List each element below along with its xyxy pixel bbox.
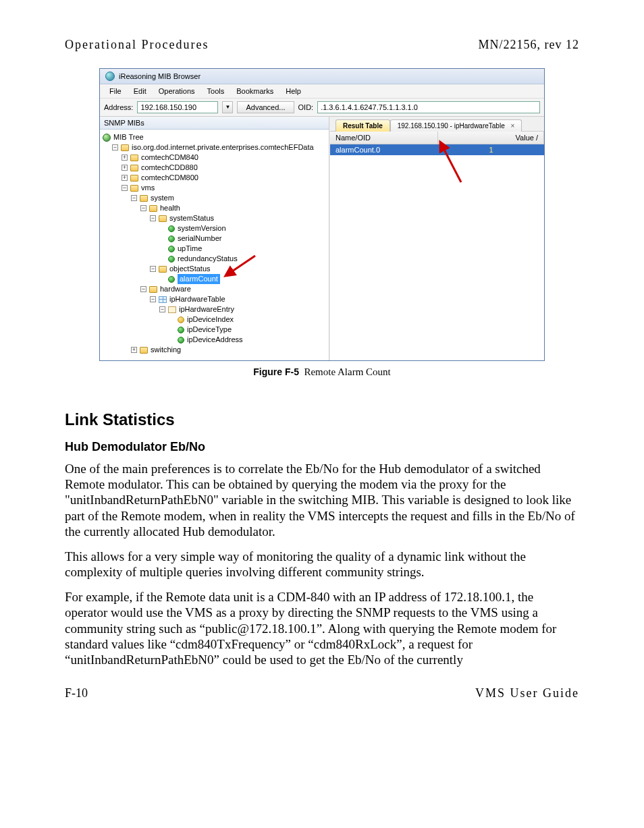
expander-icon[interactable]: − [131,195,137,201]
menu-tools[interactable]: Tools [202,86,230,96]
mib-browser-window: iReasoning MIB Browser File Edit Operati… [99,68,545,361]
tab-result-table[interactable]: Result Table [336,119,390,132]
tree-enterprises[interactable]: iso.org.dod.internet.private.enterprises… [132,142,314,153]
tree-systemstatus[interactable]: systemStatus [169,213,214,223]
tree-alarmcount-selected[interactable]: alarmCount [178,274,220,284]
tree-cdm840[interactable]: comtechCDM840 [141,153,198,163]
expander-icon[interactable]: − [140,205,146,211]
folder-icon [130,155,138,161]
folder-icon [130,165,138,171]
tree-root[interactable]: MIB Tree [113,132,144,142]
col-name-oid[interactable]: Name/OID [330,132,438,144]
grid-row-selected[interactable]: alarmCount.0 1 [330,144,544,155]
tree-cdd880[interactable]: comtechCDD880 [141,163,198,173]
leaf-icon [178,327,184,333]
folder-icon [159,266,167,273]
folder-icon [130,185,138,192]
table-icon [159,296,167,303]
footer-page-number: F-10 [65,686,88,700]
tree-ipdevicetype[interactable]: ipDeviceType [187,325,232,335]
leaf-icon [178,337,184,343]
tab-result-label: Result Table [343,122,383,130]
window-titlebar: iReasoning MIB Browser [100,69,544,84]
address-input[interactable] [137,101,218,113]
tree-health[interactable]: health [160,203,180,213]
mib-tree[interactable]: MIB Tree −iso.org.dod.internet.private.e… [100,130,329,360]
address-dropdown-icon[interactable]: ▼ [222,101,233,113]
tabbar: Result Table 192.168.150.190 - ipHardwar… [330,117,544,132]
tree-systemversion[interactable]: systemVersion [178,223,226,233]
page-header-section: Operational Procedures [65,38,209,52]
section-title-link-statistics: Link Statistics [65,410,579,429]
expander-icon[interactable]: − [112,144,118,150]
grid-empty-area [330,155,544,360]
leaf-icon [168,236,175,242]
result-pane: Result Table 192.168.150.190 - ipHardwar… [329,117,544,360]
tree-vms[interactable]: vms [141,183,155,193]
address-label: Address: [104,103,133,111]
folder-icon [149,205,157,212]
leaf-icon [168,256,175,263]
tree-header: SNMP MIBs [100,117,329,130]
tree-serialnumber[interactable]: serialNumber [178,233,221,244]
tree-switching[interactable]: switching [151,345,181,355]
tree-objectstatus[interactable]: objectStatus [169,264,211,274]
figure-caption-text: Remote Alarm Count [304,366,390,377]
folder-icon [140,195,148,202]
close-icon[interactable]: × [511,122,515,130]
tab-hwtable-label: 192.168.150.190 - ipHardwareTable [398,122,505,130]
figure-caption: Figure F-5 Remote Alarm Count [65,366,579,378]
toolbar: Address: ▼ Advanced... OID: [100,99,544,117]
expander-icon[interactable]: − [150,296,156,302]
footer-doc-title: VMS User Guide [475,686,579,700]
expander-icon[interactable]: + [122,175,128,181]
menu-help[interactable]: Help [280,86,306,96]
mib-tree-pane: SNMP MIBs MIB Tree −iso.org.dod.internet… [100,117,329,360]
expander-icon[interactable]: − [140,286,146,292]
expander-icon[interactable]: − [122,185,128,191]
tree-hardware[interactable]: hardware [160,284,191,294]
advanced-button[interactable]: Advanced... [237,101,294,113]
oid-input[interactable] [317,101,540,113]
entry-icon [168,306,176,313]
tree-root-icon [103,134,111,142]
subsection-title-hub-demod-ebno: Hub Demodulator Eb/No [65,440,579,454]
menubar: File Edit Operations Tools Bookmarks Hel… [100,84,544,99]
figure-label: Figure F-5 [253,366,299,377]
expander-icon[interactable]: + [122,165,128,171]
body-paragraph-2: This allows for a very simple way of mon… [65,549,579,580]
menu-operations[interactable]: Operations [153,86,200,96]
menu-file[interactable]: File [104,86,127,96]
tree-ipdeviceaddress[interactable]: ipDeviceAddress [187,335,243,345]
tree-system[interactable]: system [151,193,174,203]
tree-uptime[interactable]: upTime [178,244,202,254]
folder-icon [159,215,167,222]
expander-icon[interactable]: − [150,266,156,272]
body-paragraph-3: For example, if the Remote data unit is … [65,589,579,667]
body-paragraph-1: One of the main preferences is to correl… [65,461,579,539]
menu-edit[interactable]: Edit [128,86,152,96]
tab-iphardwaretable[interactable]: 192.168.150.190 - ipHardwareTable × [390,119,522,132]
tree-iphardwaretable[interactable]: ipHardwareTable [169,294,225,304]
expander-icon[interactable]: + [122,155,128,161]
leaf-icon [168,225,175,232]
cell-name-oid: alarmCount.0 [330,144,438,155]
leaf-icon [168,276,175,283]
expander-icon[interactable]: − [159,306,165,312]
folder-icon [140,347,148,354]
folder-icon [149,286,157,293]
tree-redundancystatus[interactable]: redundancyStatus [178,254,238,264]
cell-value: 1 [438,144,544,155]
app-icon [105,72,115,81]
leaf-icon [168,246,175,252]
col-value[interactable]: Value / [438,132,544,144]
folder-icon [130,175,138,182]
oid-label: OID: [298,103,314,111]
expander-icon[interactable]: − [150,215,156,221]
expander-icon[interactable]: + [131,347,137,353]
tree-iphardwareentry[interactable]: ipHardwareEntry [179,304,234,314]
menu-bookmarks[interactable]: Bookmarks [231,86,279,96]
tree-ipdeviceindex[interactable]: ipDeviceIndex [187,314,234,325]
tree-cdm800[interactable]: comtechCDM800 [141,173,198,183]
key-leaf-icon [178,316,184,323]
